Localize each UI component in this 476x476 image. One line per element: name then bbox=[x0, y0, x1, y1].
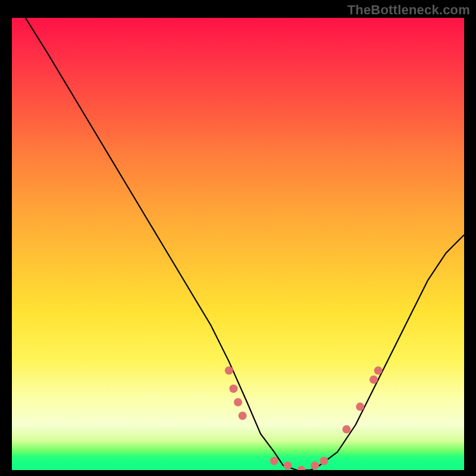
data-marker bbox=[284, 461, 292, 469]
data-marker bbox=[374, 367, 383, 375]
data-marker bbox=[356, 403, 364, 411]
data-marker bbox=[297, 466, 305, 470]
data-marker bbox=[225, 367, 233, 375]
curve-svg bbox=[12, 18, 464, 470]
data-marker bbox=[234, 398, 242, 406]
data-marker bbox=[369, 375, 378, 384]
data-marker bbox=[311, 461, 319, 469]
data-marker bbox=[229, 384, 237, 393]
chart-frame: TheBottleneck.com bbox=[0, 0, 476, 476]
attribution-text: TheBottleneck.com bbox=[347, 2, 470, 18]
plot-area bbox=[12, 18, 464, 470]
data-marker bbox=[342, 425, 350, 434]
data-marker bbox=[320, 457, 328, 465]
bottleneck-curve bbox=[26, 18, 464, 470]
data-marker bbox=[270, 457, 278, 465]
data-marker bbox=[239, 412, 247, 420]
